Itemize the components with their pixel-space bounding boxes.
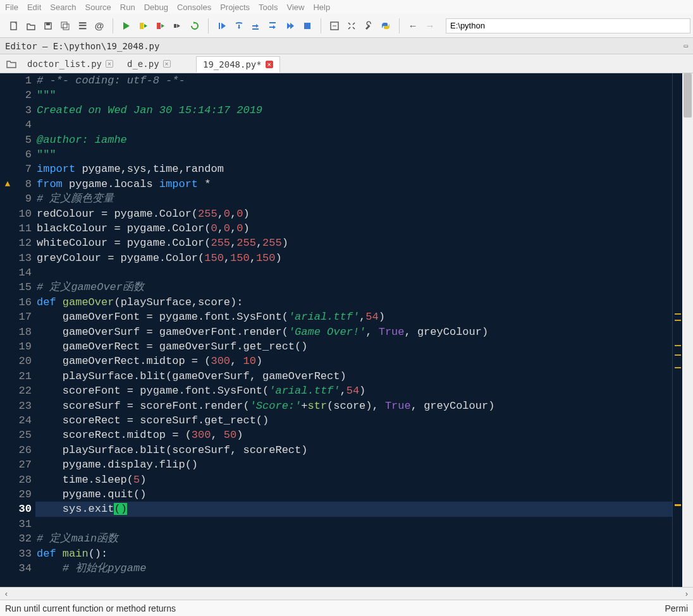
svg-rect-3 [61, 22, 67, 28]
menu-projects[interactable]: Projects [220, 3, 250, 12]
svg-rect-6 [157, 23, 161, 29]
debug-next-icon[interactable] [283, 18, 298, 33]
svg-rect-8 [219, 23, 220, 29]
menu-help[interactable]: Help [313, 3, 330, 12]
run-cell-icon[interactable] [136, 18, 151, 33]
line-number-gutter: 1234567891011121314151617181920212223242… [15, 73, 35, 587]
menu-consoles[interactable]: Consoles [177, 3, 211, 12]
python-icon[interactable] [378, 18, 393, 33]
vertical-scrollbar[interactable] [682, 73, 693, 587]
debug-stop-icon[interactable] [300, 18, 315, 33]
horizontal-scrollbar[interactable]: ‹ › [0, 587, 693, 600]
menubar: File Edit Search Source Run Debug Consol… [0, 0, 693, 14]
tab-d-e[interactable]: d_e.py ✕ [120, 56, 196, 72]
editor-pane-title: Editor — E:\python\19_2048.py ▭ [0, 38, 693, 54]
save-all-icon[interactable] [58, 18, 73, 33]
menu-source[interactable]: Source [85, 3, 111, 12]
file-browser-icon[interactable] [3, 56, 20, 71]
tab-label: doctor_list.py [27, 59, 102, 69]
menu-debug[interactable]: Debug [144, 3, 168, 12]
run-icon[interactable] [119, 18, 134, 33]
debug-step-into-icon[interactable] [231, 18, 247, 33]
close-icon[interactable]: ✕ [266, 61, 273, 68]
debug-step-out-icon[interactable] [266, 18, 281, 33]
editor-title-text: Editor — E:\python\19_2048.py [5, 41, 159, 51]
scroll-right-icon[interactable]: › [682, 589, 692, 598]
pane-options-icon[interactable]: ▭ [684, 42, 688, 50]
restart-icon[interactable] [187, 18, 202, 33]
svg-rect-4 [63, 24, 69, 30]
debug-continue-icon[interactable] [214, 18, 230, 33]
save-icon[interactable] [40, 18, 56, 33]
scroll-left-icon[interactable]: ‹ [1, 589, 11, 598]
svg-rect-5 [140, 23, 144, 29]
close-icon[interactable]: ✕ [106, 60, 113, 68]
forward-icon[interactable]: → [422, 18, 438, 33]
back-icon[interactable]: ← [405, 18, 420, 33]
tab-doctor-list[interactable]: doctor_list.py ✕ [20, 56, 120, 72]
code-area[interactable]: # -*- coding: utf-8 -*-"""Created on Wed… [35, 73, 672, 587]
toolbar: ☰ @ ← → [0, 14, 693, 38]
run-cell-advance-icon[interactable] [153, 18, 168, 33]
status-bar: Run until current function or method ret… [0, 600, 693, 616]
working-directory-input[interactable] [446, 18, 690, 33]
menu-search[interactable]: Search [50, 3, 76, 12]
open-folder-icon[interactable] [23, 18, 39, 33]
svg-rect-9 [252, 28, 259, 30]
menu-edit[interactable]: Edit [27, 3, 41, 12]
svg-rect-11 [304, 23, 310, 29]
tab-label: 19_2048.py* [203, 59, 262, 69]
code-editor[interactable]: ▲ 12345678910111213141516171819202122232… [0, 73, 693, 587]
wrench-icon[interactable] [361, 18, 376, 33]
at-icon[interactable]: @ [92, 18, 107, 33]
maximize-icon[interactable] [327, 18, 342, 33]
menu-tools[interactable]: Tools [259, 3, 278, 12]
list-icon[interactable]: ☰ [75, 18, 90, 33]
fullscreen-icon[interactable] [344, 18, 359, 33]
svg-rect-2 [46, 23, 50, 25]
debug-step-icon[interactable] [170, 18, 185, 33]
debug-step-over-icon[interactable] [248, 18, 264, 33]
new-file-icon[interactable] [6, 18, 21, 33]
tab-label: d_e.py [127, 59, 159, 69]
menu-file[interactable]: File [5, 3, 18, 12]
status-right-text: Permi [665, 603, 688, 613]
close-icon[interactable]: ✕ [163, 60, 171, 68]
marker-column: ▲ [0, 73, 15, 587]
status-left-text: Run until current function or method ret… [5, 603, 176, 613]
tab-19-2048[interactable]: 19_2048.py* ✕ [196, 56, 280, 73]
svg-rect-10 [269, 22, 276, 23]
scrollbar-thumb[interactable] [684, 73, 692, 118]
overview-ruler[interactable] [672, 73, 682, 587]
tab-bar: doctor_list.py ✕ d_e.py ✕ 19_2048.py* ✕ [0, 54, 693, 73]
menu-view[interactable]: View [286, 3, 304, 12]
menu-run[interactable]: Run [120, 3, 135, 12]
svg-rect-7 [174, 24, 176, 28]
